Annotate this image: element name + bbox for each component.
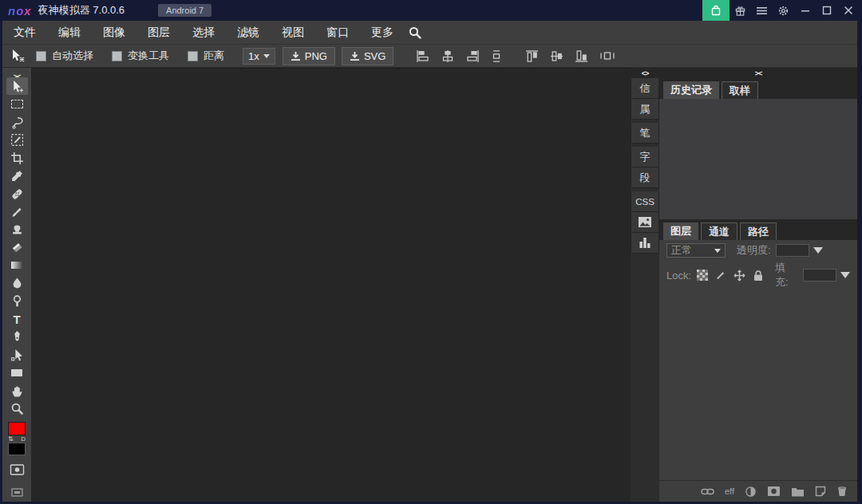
distribute-v-icon[interactable]	[490, 49, 503, 63]
distribute-h-icon[interactable]	[599, 50, 615, 61]
opacity-label: 透明度:	[737, 243, 771, 258]
align-right-icon[interactable]	[465, 49, 480, 63]
transform-controls-option[interactable]: 变换工具	[112, 49, 169, 63]
strip-collapse-handle[interactable]: <>	[631, 68, 659, 78]
export-png-button[interactable]: PNG	[283, 47, 335, 65]
panel-tab-paragraph[interactable]: 段	[631, 167, 659, 188]
panel-tab-info[interactable]: 信	[631, 78, 659, 99]
tab-sampling[interactable]: 取样	[722, 81, 758, 99]
app-store-button[interactable]	[702, 0, 730, 21]
delete-layer-icon[interactable]	[836, 486, 848, 497]
quick-mask-button[interactable]	[6, 461, 28, 478]
menu-file[interactable]: 文件	[2, 21, 47, 44]
gift-button[interactable]	[730, 0, 751, 21]
menu-more[interactable]: 更多	[360, 21, 405, 44]
device-tab[interactable]: Android 7	[158, 4, 212, 17]
search-icon[interactable]	[408, 26, 422, 40]
tab-layers[interactable]: 图层	[663, 222, 698, 240]
tools-collapse-handle[interactable]: ><	[2, 68, 31, 77]
gift-icon	[734, 5, 746, 17]
close-button[interactable]	[837, 0, 859, 21]
tab-paths[interactable]: 路径	[740, 222, 777, 240]
tool-hand[interactable]	[6, 382, 28, 400]
tool-move[interactable]	[6, 77, 28, 95]
tool-zoom[interactable]	[6, 400, 28, 417]
download-icon	[350, 51, 360, 61]
menu-window[interactable]: 窗口	[315, 21, 360, 44]
transform-controls-checkbox[interactable]	[112, 51, 122, 61]
zoom-scale-dropdown[interactable]: 1x	[243, 48, 275, 65]
tool-clone-stamp[interactable]	[6, 221, 28, 238]
foreground-color-swatch[interactable]	[8, 422, 26, 435]
fill-dropdown-icon[interactable]	[840, 272, 850, 278]
panel-tab-character[interactable]: 字	[631, 147, 659, 167]
panel-tab-brush[interactable]: 笔	[631, 123, 659, 144]
effects-label[interactable]: eff	[725, 486, 734, 496]
maximize-button[interactable]	[816, 0, 837, 21]
blend-mode-select[interactable]: 正常	[666, 243, 726, 258]
auto-select-checkbox[interactable]	[36, 51, 46, 61]
distances-checkbox[interactable]	[188, 51, 198, 61]
tool-dodge[interactable]	[6, 293, 28, 310]
tool-object-selection[interactable]	[6, 131, 28, 148]
lock-paint-icon[interactable]	[715, 270, 726, 281]
swap-colors-icon[interactable]: ⇅	[8, 435, 14, 443]
lock-transparency-icon[interactable]	[697, 270, 708, 281]
align-top-icon[interactable]	[525, 49, 540, 63]
document-canvas[interactable]	[31, 68, 631, 502]
tool-path-select[interactable]	[6, 346, 28, 364]
history-panel-body[interactable]	[659, 99, 857, 219]
opacity-input[interactable]	[776, 244, 809, 257]
tool-spot-healing[interactable]	[6, 185, 28, 203]
new-layer-icon[interactable]	[815, 486, 826, 497]
menu-select[interactable]: 选择	[181, 21, 226, 44]
menu-button[interactable]	[751, 0, 773, 21]
menu-view[interactable]: 视图	[271, 21, 315, 44]
auto-select-option[interactable]: 自动选择	[36, 49, 93, 63]
panel-tab-image[interactable]	[631, 212, 659, 233]
background-color-swatch[interactable]	[8, 443, 26, 456]
export-svg-button[interactable]: SVG	[342, 47, 393, 65]
menu-filter[interactable]: 滤镜	[226, 21, 271, 44]
tool-brush[interactable]	[6, 203, 28, 220]
tab-channels[interactable]: 通道	[701, 222, 737, 240]
panels-collapse-handle[interactable]: ><	[659, 68, 857, 78]
align-vertical-group	[525, 49, 615, 63]
align-left-icon[interactable]	[416, 49, 430, 63]
minimize-button[interactable]	[794, 0, 816, 21]
tool-crop[interactable]	[6, 149, 28, 167]
tool-lasso[interactable]	[6, 113, 28, 131]
opacity-dropdown-icon[interactable]	[813, 247, 823, 254]
menu-edit[interactable]: 编辑	[47, 21, 92, 44]
align-bottom-icon[interactable]	[575, 49, 589, 63]
tab-history[interactable]: 历史记录	[663, 81, 719, 99]
screen-mode-button[interactable]	[6, 484, 28, 502]
panel-tab-css[interactable]: CSS	[631, 191, 659, 212]
tool-rectangle-shape[interactable]	[6, 364, 28, 382]
new-group-icon[interactable]	[791, 486, 805, 497]
align-middle-icon[interactable]	[550, 49, 564, 63]
menu-image[interactable]: 图像	[92, 21, 136, 44]
mask-icon[interactable]	[767, 486, 781, 497]
eraser-icon	[10, 241, 24, 254]
link-icon[interactable]	[701, 487, 714, 496]
lock-position-icon[interactable]	[733, 270, 745, 282]
tool-pen[interactable]	[6, 329, 28, 346]
adjustment-icon[interactable]	[745, 486, 757, 498]
layers-panel-body[interactable]	[659, 289, 857, 480]
default-colors-button[interactable]: D	[21, 435, 26, 443]
panel-tab-properties[interactable]: 属	[631, 99, 659, 120]
tool-marquee-select[interactable]	[6, 95, 28, 112]
tool-blur[interactable]	[6, 274, 28, 292]
lock-all-icon[interactable]	[753, 270, 764, 282]
align-center-h-icon[interactable]	[441, 49, 455, 63]
tool-eraser[interactable]	[6, 238, 28, 256]
settings-button[interactable]	[773, 0, 794, 21]
fill-input[interactable]	[803, 269, 836, 282]
tool-type[interactable]: T	[6, 310, 28, 328]
tool-eyedropper[interactable]	[6, 167, 28, 184]
distances-option[interactable]: 距离	[188, 49, 224, 63]
panel-tab-histogram[interactable]	[631, 233, 659, 254]
menu-layer[interactable]: 图层	[136, 21, 181, 44]
tool-gradient[interactable]	[6, 257, 28, 274]
